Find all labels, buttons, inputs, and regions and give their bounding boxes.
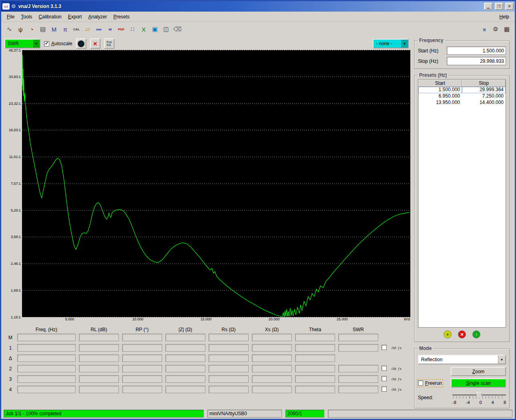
marker-field[interactable] (295, 334, 335, 341)
left-scale-select[interactable]: SWR ▼ (4, 39, 40, 48)
minimize-button[interactable]: ▁ (484, 3, 492, 10)
marker-field[interactable] (252, 344, 292, 352)
marker-checkbox[interactable] (381, 386, 387, 392)
tools-icon[interactable]: ⚙ (490, 24, 501, 34)
calibration-icon[interactable]: CAL (71, 24, 82, 34)
preset-row[interactable]: 13.950.00014.400.000 (418, 100, 506, 106)
restore-button[interactable]: ❐ (495, 3, 503, 10)
marker-field[interactable] (79, 354, 119, 362)
marker-field[interactable] (252, 386, 292, 393)
id-export-icon[interactable]: id (105, 24, 115, 34)
marker-field[interactable] (295, 375, 335, 383)
marker-field[interactable] (165, 365, 205, 372)
marker-field[interactable] (209, 354, 249, 362)
marker-field[interactable] (79, 386, 119, 393)
formula-marker-icon[interactable]: ƒx (398, 346, 402, 350)
marker-field[interactable] (165, 354, 205, 362)
smith-chart-button[interactable] (76, 38, 86, 49)
marker-field[interactable] (17, 334, 76, 341)
formula-marker-icon[interactable]: ƒx (398, 367, 402, 371)
menu-file[interactable]: File (4, 13, 18, 21)
marker-field[interactable] (165, 386, 205, 393)
right-scale-select[interactable]: - none - ▼ (373, 39, 409, 48)
folder-open-icon[interactable]: ▱ (82, 24, 93, 34)
start-frequency-input[interactable] (447, 46, 506, 55)
delete-markers-button[interactable]: ✕ (90, 38, 100, 49)
marker-checkbox[interactable] (381, 376, 387, 381)
marker-field[interactable] (295, 365, 335, 372)
marker-field[interactable] (209, 365, 249, 372)
marker-field[interactable] (17, 375, 76, 383)
formula-marker-icon[interactable]: ƒx (398, 388, 402, 392)
marker-field[interactable] (209, 375, 249, 383)
pdf-export-icon[interactable]: PDF (116, 24, 126, 34)
marker-checkbox[interactable] (381, 366, 387, 371)
antenna-icon[interactable]: ψ (15, 24, 26, 34)
sample-points-icon[interactable]: ∷ (127, 24, 138, 34)
port-extension-button[interactable]: Port Ext. (104, 38, 114, 49)
marker-field[interactable] (122, 386, 162, 393)
sqrt-marker-icon[interactable]: √M (391, 367, 396, 371)
marker-field[interactable] (165, 334, 205, 341)
zoom-graph-icon[interactable]: ◫ (161, 24, 171, 34)
marker-field[interactable] (165, 375, 205, 383)
marker-field[interactable] (338, 365, 378, 372)
xls-export-icon[interactable]: X (139, 24, 149, 34)
close-button[interactable]: ✕ (505, 3, 514, 10)
menu-calibration[interactable]: Calibration (35, 13, 64, 21)
presets-col-stop[interactable]: Stop (462, 80, 506, 87)
apply-preset-button[interactable]: ↑ (472, 330, 480, 338)
marker-field[interactable] (122, 334, 162, 341)
marker-field[interactable] (17, 354, 76, 362)
marker-field[interactable] (252, 334, 292, 341)
marker-field[interactable] (209, 386, 249, 393)
sqrt-marker-icon[interactable]: √M (391, 377, 396, 381)
marker-field[interactable] (79, 375, 119, 383)
marker-field[interactable] (252, 375, 292, 383)
marker-field[interactable] (295, 386, 335, 393)
marker-checkbox[interactable] (381, 345, 387, 350)
delete-preset-button[interactable]: ✕ (458, 330, 466, 338)
autoscale-checkbox[interactable]: Autoscale (44, 41, 72, 46)
image-export-icon[interactable]: ▣ (150, 24, 160, 34)
marker-field[interactable] (79, 334, 119, 341)
marker-field[interactable] (79, 344, 119, 352)
marker-field[interactable] (209, 344, 249, 352)
marker-field[interactable] (209, 334, 249, 341)
marker-field[interactable] (295, 344, 335, 352)
menu-help[interactable]: Help (496, 13, 512, 21)
marker-field[interactable] (165, 344, 205, 352)
marker-field[interactable] (338, 375, 378, 383)
clock-icon[interactable]: ◔ (26, 24, 37, 34)
menu-tools[interactable]: Tools (18, 13, 35, 21)
csv-export-icon[interactable]: csv (94, 24, 104, 34)
marker-field[interactable] (122, 365, 162, 372)
frequency-sweep-icon[interactable]: ∿ (4, 24, 14, 34)
marker-field[interactable] (122, 375, 162, 383)
marker-field[interactable] (338, 344, 378, 352)
sqrt-marker-icon[interactable]: √M (391, 346, 396, 350)
freerun-checkbox[interactable]: Freerun (418, 380, 442, 386)
preset-row[interactable]: 1.500.00029.999.364 (418, 87, 506, 93)
pi-network-icon[interactable]: π (60, 24, 70, 34)
marker-field[interactable] (79, 365, 119, 372)
menu-export[interactable]: Export (65, 13, 85, 21)
marker-field[interactable] (338, 386, 378, 393)
zoom-button[interactable]: Zoom (451, 367, 506, 376)
marker-field[interactable] (122, 344, 162, 352)
mode-select[interactable]: Reflection ▼ (418, 355, 506, 364)
marker-field[interactable] (17, 386, 76, 393)
marker-field[interactable] (122, 354, 162, 362)
driver-adjust-icon[interactable]: ||| (479, 24, 490, 34)
stop-frequency-input[interactable] (447, 57, 506, 65)
table-view-icon[interactable]: ▦ (502, 24, 512, 34)
formula-marker-icon[interactable]: ƒx (398, 377, 402, 381)
marker-field[interactable] (338, 334, 378, 341)
marker-field[interactable] (252, 354, 292, 362)
preset-row[interactable]: 6.950.0007.250.000 (418, 93, 506, 100)
title-bar[interactable]: vJ ⚙ vna/J Version 3.1.3 ▁ ❐ ✕ (1, 1, 515, 12)
marker-field[interactable] (17, 365, 76, 372)
sqrt-marker-icon[interactable]: √M (391, 388, 396, 392)
menu-presets[interactable]: Presets (110, 13, 133, 21)
single-scan-button[interactable]: Single scan (451, 378, 506, 388)
